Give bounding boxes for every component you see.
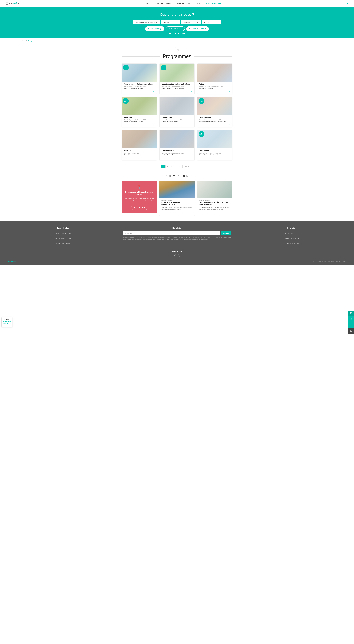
filter-city-select[interactable]: VILLE [204, 21, 219, 23]
program-card-0[interactable]: TVA réduite Appartement du 2 pièces au 4… [122, 64, 157, 94]
page-3-button[interactable]: 3 [170, 165, 174, 168]
more-criteria[interactable]: PLUS DE CRITÈRES [3, 32, 351, 34]
program-arrow-7[interactable]: → [162, 157, 192, 159]
newsletter-text: En renseignant votre adresse email, vous… [123, 237, 231, 240]
facebook-icon[interactable]: f [172, 254, 176, 258]
program-location-6: Nice · Falicon [124, 154, 155, 156]
search-button[interactable]: 🔍 RECHERCHER [166, 26, 185, 31]
program-badge-8: ★ Nouveau [199, 131, 204, 137]
program-card-4[interactable]: Carré Daviais Pays de la Loire · 1er tri… [159, 97, 194, 127]
favorites-button[interactable]: ★ MES FAVORIS(8) [145, 26, 165, 31]
filter-type[interactable]: MAISON / APPARTEMENT [133, 20, 160, 24]
logo[interactable]: duNeuf.fr [6, 2, 19, 5]
program-card-1[interactable]: Loi Pinel Appartement du 1 pièce au 2 pi… [159, 64, 194, 94]
header-star-icon[interactable]: ★ [346, 2, 348, 5]
program-arrow-6[interactable]: → [124, 157, 155, 159]
page-1-button[interactable]: 1 [161, 165, 165, 168]
main-nav: CONCEPT AGENCES BIENS CONSEILS ET ACTUS … [144, 3, 221, 4]
filter-sector[interactable]: SECTEUR [181, 20, 200, 24]
key-icon-wrapper [122, 46, 232, 52]
article-1-arrow[interactable]: → [161, 212, 193, 214]
filter-sector-select[interactable]: SECTEUR [183, 21, 199, 23]
footer: En savoir plus TROUVER MON AGENCE CONTAC… [0, 222, 354, 266]
nav-conseils[interactable]: CONSEILS ET ACTUS [175, 3, 191, 4]
footer-link-contact[interactable]: CONTACT@DUNEUF.FR [8, 236, 117, 240]
program-title-4: Carré Daviais [162, 116, 192, 119]
program-badge-0: TVA réduite [123, 65, 129, 70]
page-18-button[interactable]: 18 [179, 165, 183, 168]
page-next-button[interactable]: Suivant + [183, 165, 193, 168]
breadcrumb-current: Programmes [28, 40, 37, 42]
program-location-2: Bordeaux · La Bastide [199, 88, 230, 89]
program-image-6 [122, 130, 157, 148]
footer-consult: Consulter NOS EXPERTISES CONSEILS & ACTU… [237, 227, 346, 246]
linkedin-icon[interactable]: in [178, 254, 182, 258]
filter-type-select[interactable]: MAISON / APPARTEMENT [135, 21, 158, 23]
program-title-7: Confiden'Ciel 2 [162, 150, 192, 152]
program-card-5[interactable]: Loi Pinel Terre de Cèdre Pays de la Loir… [197, 97, 232, 127]
hero-actions: ★ MES FAVORIS(8) 🔍 RECHERCHER ★ CRÉER UN… [3, 26, 351, 31]
footer-follow-title: Nous suivre [8, 250, 346, 252]
program-arrow-1[interactable]: → [162, 90, 192, 92]
program-body-4: Carré Daviais Pays de la Loire · 1er tri… [160, 115, 194, 127]
program-arrow-2[interactable]: → [199, 90, 230, 92]
program-region-8: Pays de la Loire · 4ème trimestre · 2021 [199, 152, 230, 154]
nav-contact[interactable]: CONTACT [195, 3, 203, 4]
article-2-arrow[interactable]: → [199, 212, 230, 214]
footer-learn-title: En savoir plus [8, 227, 117, 229]
program-arrow-4[interactable]: → [162, 124, 192, 126]
program-card-7[interactable]: Confiden'Ciel 2 Pays de la Loire · 2ème … [159, 130, 194, 160]
footer-consult-title: Consulter [237, 227, 346, 229]
footer-newsletter: Newsletter VALIDER En renseignant votre … [123, 227, 231, 246]
bell-icon: ★ [189, 28, 190, 30]
program-arrow-3[interactable]: → [124, 124, 155, 126]
program-region-5: Pays de la Loire · 4ème trimestre · 2021 [199, 119, 230, 120]
key-icon [174, 46, 180, 52]
article-2-text: L'épargne étant de moins en moins rémuné… [199, 207, 230, 211]
filter-region-select[interactable]: RÉGION [163, 21, 178, 23]
program-location-1: Nantes · Malakoff · Saint-Donatien [162, 88, 192, 89]
footer-link-agency[interactable]: TROUVER MON AGENCE [8, 231, 117, 235]
breadcrumb-home[interactable]: Accueil [22, 40, 27, 42]
article-2-tag: Nos expertises [199, 200, 230, 201]
program-location-0: Bordeaux Métropole · Lormont [124, 88, 155, 89]
footer-link-expertises[interactable]: NOS EXPERTISES [237, 231, 346, 235]
program-arrow-8[interactable]: → [199, 157, 230, 159]
interior-image [197, 181, 232, 198]
agency-btn[interactable]: EN SAVOIR PLUS [131, 206, 148, 210]
footer-link-parle[interactable]: UN PARLE DE NOUS [237, 241, 346, 245]
article-1-image [159, 181, 195, 198]
program-badge-3: Loi Pinel [123, 98, 129, 104]
program-arrow-0[interactable]: → [124, 90, 155, 92]
program-card-3[interactable]: Loi Pinel Villas Twill Nouvelle-Aquitain… [122, 97, 157, 127]
nav-concept[interactable]: CONCEPT [144, 3, 152, 4]
newsletter-submit-button[interactable]: VALIDER [221, 231, 231, 235]
footer-link-conseils[interactable]: CONSEILS & ACTUS [237, 236, 346, 240]
program-location-7: Nantes · Nantes Sud [162, 154, 192, 156]
footer-link-partner[interactable]: NOTRE PARTENAIRE [8, 241, 117, 245]
program-region-3: Nouvelle-Aquitaine · 1er trimestre · 202… [124, 119, 155, 120]
page-2-button[interactable]: 2 [165, 165, 169, 168]
program-image-0: TVA réduite [122, 64, 157, 82]
program-arrow-5[interactable]: → [199, 124, 230, 126]
article-card-1: Nos expertises LA RETRAITE SERA-T-ELLE G… [159, 181, 195, 216]
alert-button[interactable]: ★ CRÉER UNE ALERTE [186, 26, 209, 31]
filter-region[interactable]: RÉGION [161, 20, 180, 24]
program-image-1: Loi Pinel [160, 64, 194, 82]
program-image-5: Loi Pinel [197, 97, 232, 115]
footer-learn-more: En savoir plus TROUVER MON AGENCE CONTAC… [8, 227, 117, 246]
nav-agences[interactable]: AGENCES [155, 3, 163, 4]
program-image-7 [160, 130, 194, 148]
program-card-6[interactable]: Alta Riva PACA · 4ème trimestre · 2020 N… [122, 130, 157, 160]
article-card-2: Nos expertises Que choisir pour défiscal… [197, 181, 232, 216]
filter-city[interactable]: VILLE [202, 20, 221, 24]
nav-simulation[interactable]: SIMULATION PINEL [206, 3, 221, 4]
program-card-2[interactable]: Totem Nouvelle-Aquitaine · 3ème trimestr… [197, 64, 232, 94]
article-1-tag: Nos expertises [161, 200, 193, 201]
program-card-8[interactable]: ★ Nouveau Terre d'Escale Pays de la Loir… [197, 130, 232, 160]
nav-biens[interactable]: BIENS [166, 3, 171, 4]
program-location-4: Nantes Métropole · Rezé [162, 121, 192, 122]
article-1-title: LA RETRAITE SERA-T-ELLE GARANTIE EN 2040… [161, 202, 193, 206]
agency-title: Nos agences à Nantes, Bordeaux et Paris [125, 191, 154, 196]
newsletter-email-input[interactable] [123, 231, 220, 235]
